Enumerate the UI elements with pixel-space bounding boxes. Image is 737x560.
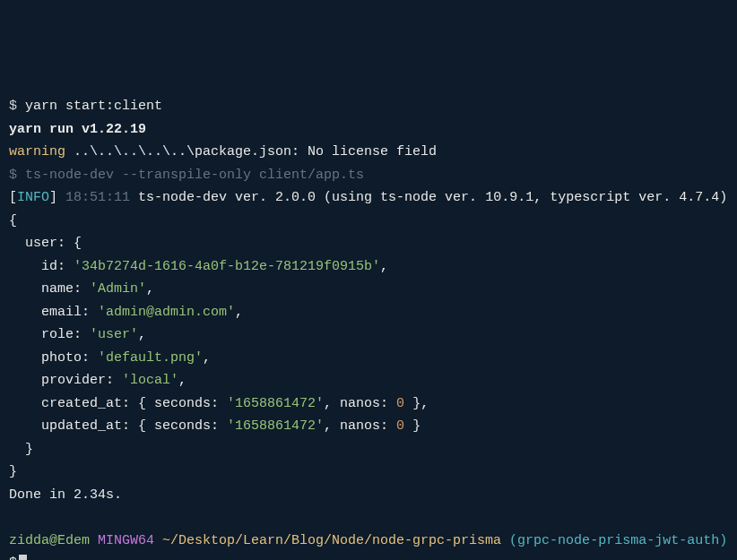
done-line: Done in 2.34s. — [9, 484, 728, 507]
yarn-version-line: yarn run v1.22.19 — [9, 118, 728, 142]
prompt-line[interactable]: $ — [9, 552, 728, 560]
prompt-dollar: $ — [9, 168, 25, 183]
info-label: INFO — [17, 190, 49, 205]
info-text: ts-node-dev ver. 2.0.0 (using ts-node ve… — [130, 190, 727, 205]
warning-label: warning — [9, 144, 65, 159]
timestamp: 18:51:11 — [65, 190, 130, 205]
blank-line — [9, 506, 728, 530]
cursor-icon — [19, 555, 27, 560]
tsnode-cmd-line: $ ts-node-dev --transpile-only client/ap… — [9, 164, 728, 187]
warning-line: warning ..\..\..\..\..\package.json: No … — [9, 141, 728, 164]
ps1-user-host: zidda@Edem — [9, 533, 90, 548]
bracket: [ — [9, 190, 17, 205]
info-line: [INFO] 18:51:11 ts-node-dev ver. 2.0.0 (… — [9, 186, 728, 210]
command-text: yarn start:client — [25, 99, 162, 114]
cmd-line-1: $ yarn start:client — [9, 95, 728, 118]
obj-open: { — [9, 210, 728, 233]
obj-updated: updated_at: { seconds: '1658861472', nan… — [9, 415, 728, 438]
obj-id: id: '34b7274d-1616-4a0f-b12e-781219f0915… — [9, 255, 728, 279]
ps1-line: zidda@Edem MINGW64 ~/Desktop/Learn/Blog/… — [9, 530, 728, 553]
obj-user-open: user: { — [9, 232, 728, 255]
terminal-output[interactable]: $ yarn start:clientyarn run v1.22.19warn… — [9, 95, 728, 560]
obj-user-close: } — [9, 438, 728, 461]
command-text: ts-node-dev --transpile-only client/app.… — [25, 168, 364, 183]
ps1-path: ~/Desktop/Learn/Blog/Node/node-grpc-pris… — [154, 533, 501, 548]
obj-created: created_at: { seconds: '1658861472', nan… — [9, 392, 728, 416]
warning-text: ..\..\..\..\..\package.json: No license … — [65, 144, 437, 159]
ps1-branch: (grpc-node-prisma-jwt-auth) — [501, 533, 727, 548]
prompt-dollar: $ — [9, 99, 25, 114]
obj-email: email: 'admin@admin.com', — [9, 301, 728, 324]
obj-photo: photo: 'default.png', — [9, 347, 728, 370]
prompt-dollar: $ — [9, 556, 17, 560]
obj-close: } — [9, 461, 728, 484]
obj-provider: provider: 'local', — [9, 369, 728, 392]
bracket: ] — [49, 190, 65, 205]
obj-role: role: 'user', — [9, 323, 728, 347]
obj-name: name: 'Admin', — [9, 278, 728, 301]
ps1-env: MINGW64 — [90, 533, 154, 548]
